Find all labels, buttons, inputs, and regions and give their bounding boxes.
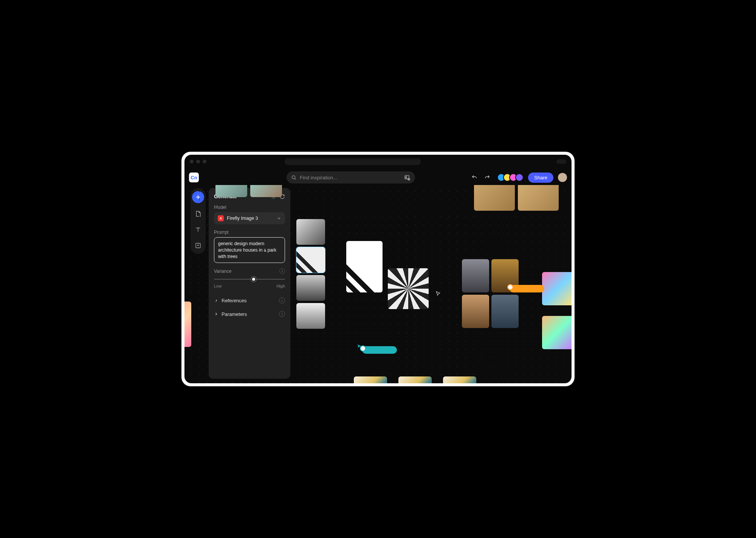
traffic-light-min[interactable]: [196, 160, 200, 163]
canvas-image[interactable]: [542, 316, 572, 349]
url-bar[interactable]: [285, 158, 421, 165]
avatar[interactable]: [515, 173, 524, 182]
window-control: [556, 159, 566, 164]
canvas-image[interactable]: [184, 302, 191, 347]
search-placeholder: Find inspiration...: [300, 175, 401, 180]
canvas-image[interactable]: [296, 303, 325, 329]
search-input[interactable]: Find inspiration...: [287, 171, 415, 183]
search-icon: [291, 175, 297, 180]
canvas-image[interactable]: [518, 185, 559, 211]
canvas-image[interactable]: [346, 241, 383, 292]
image-search-icon[interactable]: [404, 174, 411, 181]
svg-point-0: [292, 176, 295, 179]
traffic-light-max[interactable]: [203, 160, 206, 163]
canvas-image[interactable]: [462, 295, 489, 328]
collaborator-avatars[interactable]: [497, 173, 524, 182]
canvas-image[interactable]: [542, 272, 572, 305]
undo-button[interactable]: [469, 172, 480, 183]
canvas-image[interactable]: [250, 185, 282, 197]
share-button[interactable]: Share: [528, 173, 553, 183]
canvas-image[interactable]: [296, 219, 325, 245]
app-bar: Cn Find inspiration... Share: [184, 170, 572, 185]
collaborator-cursor: ➤: [357, 342, 361, 349]
cursor-icon: [435, 291, 441, 296]
window-titlebar: [184, 155, 572, 168]
canvas-image-selected[interactable]: [296, 247, 325, 273]
canvas-image[interactable]: [296, 275, 325, 301]
canvas-image[interactable]: [354, 376, 387, 383]
canvas-image[interactable]: [398, 376, 432, 383]
canvas-image[interactable]: [443, 376, 476, 383]
svg-line-1: [295, 178, 296, 179]
app-logo[interactable]: Cn: [189, 173, 199, 182]
canvas-image[interactable]: [388, 268, 429, 309]
traffic-light-close[interactable]: [190, 160, 194, 163]
canvas-image[interactable]: [474, 185, 515, 211]
canvas-image[interactable]: [462, 259, 489, 292]
canvas[interactable]: ➤: [184, 185, 572, 383]
canvas-image[interactable]: [491, 295, 519, 328]
canvas-image[interactable]: [215, 185, 247, 197]
redo-button[interactable]: [482, 172, 493, 183]
user-avatar[interactable]: [558, 173, 567, 182]
